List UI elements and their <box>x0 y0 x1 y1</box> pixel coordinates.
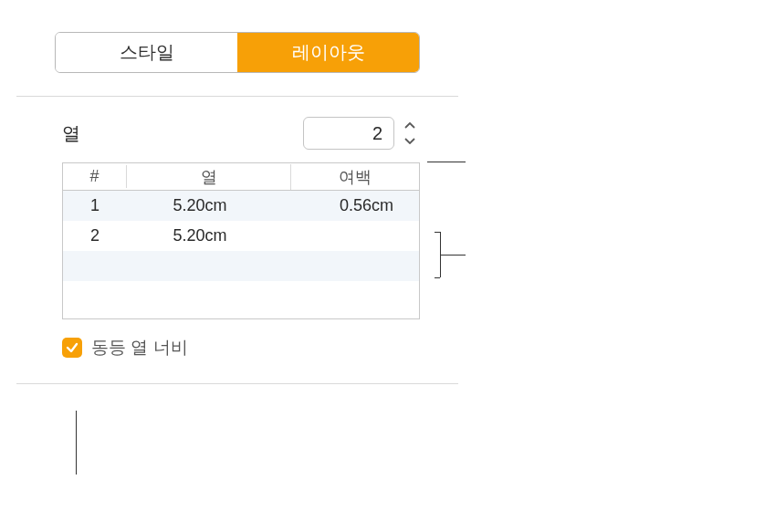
divider <box>16 383 458 384</box>
table-row <box>63 281 419 311</box>
table-header: # 열 여백 <box>63 163 419 191</box>
callout-line <box>435 232 440 233</box>
equal-width-label: 동등 열 너비 <box>91 336 188 360</box>
callout-line <box>76 411 77 475</box>
table-body: 1 5.20cm 0.56cm 2 5.20cm <box>63 191 419 318</box>
columns-table: # 열 여백 1 5.20cm 0.56cm 2 5.20cm <box>62 162 420 319</box>
table-row <box>63 251 419 281</box>
callout-line <box>435 277 440 278</box>
columns-label: 열 <box>62 121 80 146</box>
stepper-up[interactable] <box>400 120 420 132</box>
stepper-down[interactable] <box>400 134 420 147</box>
cell-num: 2 <box>63 226 127 245</box>
equal-width-row: 동등 열 너비 <box>62 336 475 360</box>
chevron-up-icon <box>404 122 415 130</box>
columns-row: 열 <box>62 117 420 150</box>
tab-layout[interactable]: 레이아웃 <box>237 33 419 72</box>
tab-segment: 스타일 레이아웃 <box>55 32 420 73</box>
cell-width: 5.20cm <box>127 226 291 245</box>
callout-line <box>427 162 466 162</box>
cell-width: 5.20cm <box>127 196 291 215</box>
equal-width-checkbox[interactable] <box>62 338 82 358</box>
tab-style[interactable]: 스타일 <box>56 33 237 72</box>
cell-gutter: 0.56cm <box>291 196 419 215</box>
cell-num: 1 <box>63 196 127 215</box>
header-col[interactable]: 열 <box>127 164 291 190</box>
columns-stepper <box>400 117 420 150</box>
columns-input[interactable] <box>303 117 394 150</box>
header-num[interactable]: # <box>63 165 127 188</box>
columns-stepper-wrap <box>303 117 420 150</box>
inspector-panel: 스타일 레이아웃 열 # 열 여백 1 5.20cm <box>0 32 475 384</box>
check-icon <box>66 341 79 354</box>
table-row[interactable]: 1 5.20cm 0.56cm <box>63 191 419 221</box>
table-row[interactable]: 2 5.20cm <box>63 221 419 251</box>
callout-line <box>440 255 466 256</box>
header-gutter[interactable]: 여백 <box>291 164 419 190</box>
chevron-down-icon <box>404 137 415 144</box>
divider <box>16 96 458 97</box>
